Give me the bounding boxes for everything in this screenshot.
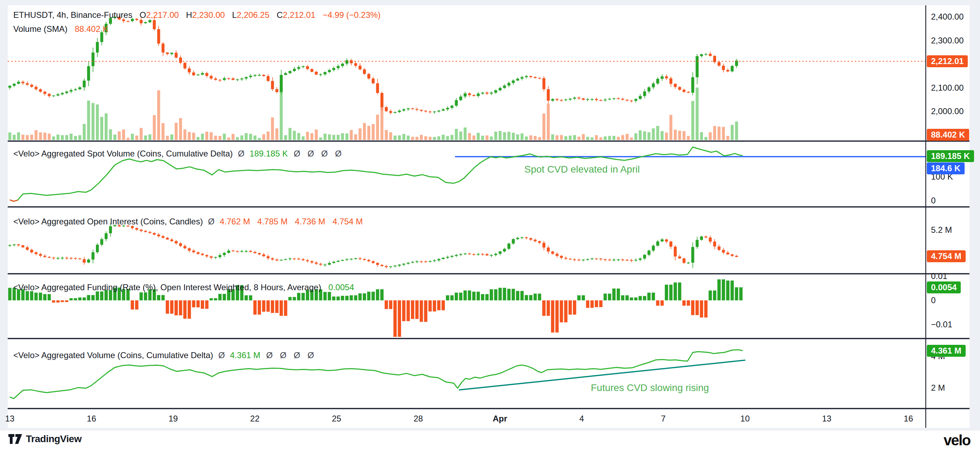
spot-cvd-legend: <Velo> Aggregated Spot Volume (Coins, Cu… — [13, 148, 342, 159]
y-axis-tick: 2 M — [931, 383, 945, 393]
price-badge: 189.185 K — [927, 150, 974, 162]
price-badge: 0.0054 — [927, 281, 961, 293]
null-symbols: Ø Ø Ø Ø — [266, 351, 314, 360]
price-badge: 88.402 K — [927, 129, 969, 141]
futures-cvd-label[interactable]: <Velo> Aggregated Volume (Coins, Cumulat… — [13, 351, 213, 360]
null-symbol: Ø — [238, 149, 245, 158]
x-axis-label[interactable]: 16 — [894, 414, 922, 424]
close-label: C — [277, 10, 282, 19]
y-axis-tick: 2,400.00 — [931, 12, 964, 22]
low-value: 2,206.25 — [237, 10, 269, 19]
x-axis-label[interactable]: 19 — [159, 414, 187, 424]
low-label: L — [232, 10, 237, 19]
price-badge: 184.6 K — [927, 163, 965, 174]
symbol-legend-row: ETHUSDT, 4h, Binance-Futures O2,217.00 H… — [13, 10, 380, 20]
open-value: 2,217.00 — [146, 10, 178, 19]
oi-low-value: 4.736 M — [295, 217, 325, 226]
funding-label[interactable]: <Velo> Aggregated Funding (Rate (%), Ope… — [13, 282, 321, 292]
funding-legend: <Velo> Aggregated Funding (Rate (%), Ope… — [13, 282, 354, 293]
oi-close-value: 4.754 M — [332, 217, 363, 226]
volume-legend-row: Volume (SMA) 88.402 K — [13, 24, 108, 34]
y-axis-tick: 2,300.00 — [931, 36, 964, 46]
open-label: O — [140, 10, 146, 19]
y-axis-tick: −0.01 — [931, 320, 952, 329]
x-axis-label[interactable]: 28 — [404, 414, 432, 424]
symbol-title[interactable]: ETHUSDT, 4h, Binance-Futures — [13, 10, 132, 19]
oi-high-value: 4.785 M — [257, 217, 288, 226]
null-symbols: Ø Ø Ø Ø — [294, 149, 342, 158]
x-axis-label[interactable]: 22 — [241, 414, 269, 424]
futures-cvd-value: 4.361 M — [230, 351, 260, 360]
velo-wordmark: velo — [943, 432, 970, 449]
funding-value: 0.0054 — [328, 282, 354, 292]
tradingview-logo[interactable]: TradingView — [8, 434, 81, 445]
high-value: 2,230.00 — [192, 10, 225, 19]
open-interest-legend: <Velo> Aggregated Open Interest (Coins, … — [13, 216, 363, 227]
y-axis-tick: 5.2 M — [931, 225, 952, 235]
x-axis-label[interactable]: 13 — [0, 414, 24, 424]
y-axis-tick: 0 — [931, 295, 935, 305]
y-axis-tick: 0 — [931, 196, 935, 206]
price-badge: 4.361 M — [927, 345, 966, 357]
open-interest-label[interactable]: <Velo> Aggregated Open Interest (Coins, … — [13, 217, 203, 226]
spot-cvd-label[interactable]: <Velo> Aggregated Spot Volume (Coins, Cu… — [13, 149, 233, 158]
null-symbol: Ø — [218, 351, 225, 360]
volume-value: 88.402 K — [75, 24, 108, 33]
null-symbol: Ø — [208, 217, 215, 226]
x-axis-label[interactable]: 25 — [323, 414, 351, 424]
futures-cvd-legend: <Velo> Aggregated Volume (Coins, Cumulat… — [13, 350, 314, 360]
close-value: 2,212.01 — [283, 10, 315, 19]
velo-logo[interactable]: velo — [943, 432, 970, 449]
spot-cvd-annotation[interactable]: Spot CVD elevated in April — [524, 164, 640, 175]
spot-cvd-value: 189.185 K — [250, 149, 288, 158]
change-value: −4.99 (−0.23%) — [323, 10, 380, 19]
tradingview-wordmark: TradingView — [26, 434, 81, 445]
chart-page: ETHUSDT, 4h, Binance-Futures O2,217.00 H… — [0, 0, 980, 453]
x-axis-label[interactable]: 7 — [649, 414, 677, 424]
price-badge: 4.754 M — [927, 250, 966, 262]
x-axis-label[interactable]: Apr — [486, 414, 514, 424]
tradingview-mark-icon — [8, 434, 22, 444]
y-axis-tick: 0.01 — [931, 271, 947, 281]
x-axis-label[interactable]: 4 — [568, 414, 596, 424]
volume-label[interactable]: Volume (SMA) — [13, 24, 68, 33]
high-label: H — [186, 10, 192, 19]
y-axis-tick: 2,100.00 — [931, 83, 964, 93]
futures-cvd-annotation[interactable]: Futures CVD slowing rising — [591, 382, 709, 394]
oi-open-value: 4.762 M — [220, 217, 250, 226]
y-axis-tick: 2,000.00 — [931, 107, 964, 116]
x-axis-label[interactable]: 13 — [813, 414, 841, 424]
x-axis-label[interactable]: 16 — [77, 414, 105, 424]
x-axis-label[interactable]: 10 — [731, 414, 759, 424]
price-badge: 2,212.01 — [927, 55, 968, 67]
